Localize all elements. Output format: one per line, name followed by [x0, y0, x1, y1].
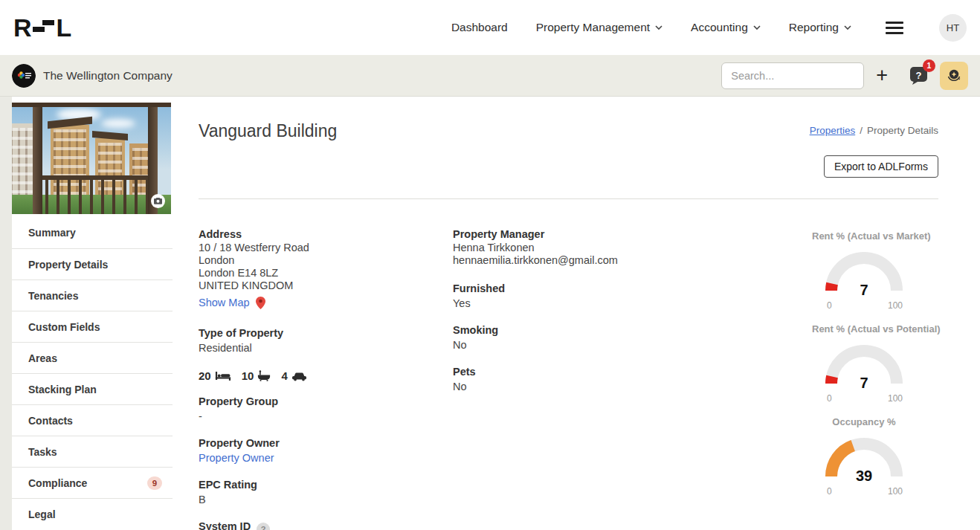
gauge-value: 39	[819, 468, 909, 485]
logo-letter-r: R	[13, 13, 31, 42]
address-line-1: 10 / 18 Westferry Road	[199, 242, 444, 254]
change-photo-button[interactable]	[151, 194, 165, 208]
logo-dashes	[33, 15, 55, 40]
company-name[interactable]: The Wellington Company	[43, 69, 173, 83]
address-line-3: London E14 8LZ	[199, 267, 444, 279]
sidebar-item-label: Stacking Plan	[28, 384, 97, 395]
smoking-value: No	[453, 337, 698, 353]
cars-count: 4	[281, 369, 287, 382]
sidebar-item-tasks[interactable]: Tasks	[12, 436, 173, 467]
export-adlforms-button[interactable]: Export to ADLForms	[824, 155, 938, 178]
sidebar-item-property-details[interactable]: Property Details	[12, 248, 173, 279]
gauge-occupancy: Occupancy % 39 0 100	[812, 416, 916, 497]
sidebar-item-summary[interactable]: Summary	[12, 217, 173, 248]
breadcrumb-current: Property Details	[867, 125, 938, 136]
search-input[interactable]	[721, 62, 864, 89]
address-label: Address	[199, 227, 444, 242]
nav-accounting[interactable]: Accounting	[691, 21, 761, 34]
section-divider	[199, 198, 938, 199]
gauge-min-label: 0	[827, 486, 832, 497]
company-bar: The Wellington Company + ? 1	[0, 55, 980, 97]
sidebar-item-contacts[interactable]: Contacts	[12, 404, 173, 436]
left-gutter	[0, 97, 12, 530]
address-line-2: London	[199, 254, 444, 267]
property-manager-label: Property Manager	[453, 227, 698, 242]
sidebar-item-custom-fields[interactable]: Custom Fields	[12, 311, 173, 342]
chevron-down-icon	[753, 25, 761, 30]
epc-rating-label: EPC Rating	[199, 477, 444, 492]
sidebar-item-label: Areas	[28, 352, 57, 364]
property-group-label: Property Group	[199, 394, 444, 409]
furnished-value: Yes	[453, 296, 698, 311]
gauge-max-label: 100	[888, 300, 903, 311]
type-of-property-value: Residential	[199, 340, 444, 356]
sidebar-item-stacking-plan[interactable]: Stacking Plan	[12, 373, 173, 404]
bed-icon	[215, 370, 231, 381]
address-column: Address 10 / 18 Westferry Road London Lo…	[199, 227, 444, 530]
show-map-link[interactable]: Show Map	[199, 295, 250, 311]
property-group-value: -	[199, 409, 444, 424]
sidebar-item-areas[interactable]: Areas	[12, 342, 173, 373]
gauge-max-label: 100	[888, 486, 903, 497]
epc-rating-value: B	[199, 492, 444, 508]
sidebar-item-tenancies[interactable]: Tenancies	[12, 279, 173, 311]
bath-icon	[257, 370, 271, 381]
hamburger-menu-icon[interactable]	[886, 22, 903, 34]
breadcrumb-separator: /	[860, 125, 863, 136]
beds-stat: 20	[199, 369, 231, 382]
sidebar-item-label: Tenancies	[28, 290, 78, 302]
nav-reporting[interactable]: Reporting	[789, 21, 851, 34]
gauge-min-label: 0	[827, 300, 832, 311]
chevron-down-icon	[844, 25, 851, 30]
nav-property-management-label: Property Management	[536, 21, 650, 34]
logo-letter-l: L	[57, 13, 71, 42]
svg-text:?: ?	[915, 70, 921, 81]
sidebar-item-legal[interactable]: Legal	[12, 498, 173, 529]
nav-reporting-label: Reporting	[789, 21, 839, 34]
primary-nav: Dashboard Property Management Accounting…	[451, 14, 967, 42]
smoking-label: Smoking	[453, 323, 698, 337]
address-line-4: UNITED KINGDOM	[199, 279, 444, 292]
system-id-text: System ID	[199, 520, 251, 530]
page-title: Vanguard Building	[199, 121, 337, 141]
property-owner-link[interactable]: Property Owner	[199, 450, 444, 466]
assistant-sparkle-icon	[945, 67, 963, 85]
nav-dashboard-label: Dashboard	[451, 21, 508, 34]
car-icon	[291, 371, 307, 381]
gauge-value: 7	[819, 375, 909, 392]
camera-icon	[154, 198, 162, 204]
gauge-title: Occupancy %	[812, 416, 916, 427]
manager-column: Property Manager Henna Tirkkonen hennaem…	[453, 227, 698, 395]
assistant-button[interactable]	[940, 62, 968, 90]
releashed-logo-icon[interactable]: R L	[13, 13, 71, 42]
compliance-count-badge: 9	[147, 476, 162, 490]
wellington-company-logo[interactable]	[12, 64, 36, 88]
nav-accounting-label: Accounting	[691, 21, 748, 34]
help-badge: 1	[923, 59, 935, 72]
sidebar-item-label: Compliance	[28, 477, 87, 489]
sidebar-item-label: Summary	[28, 227, 76, 239]
chevron-down-icon	[655, 25, 663, 30]
question-circle-icon[interactable]: ?	[257, 523, 270, 530]
type-of-property-label: Type of Property	[199, 326, 444, 340]
add-new-button[interactable]: +	[876, 65, 888, 85]
gauge-max-label: 100	[888, 393, 903, 404]
baths-count: 10	[242, 369, 254, 382]
main-content: Vanguard Building Properties / Property …	[173, 97, 980, 530]
sidebar-item-compliance[interactable]: Compliance 9	[12, 467, 173, 498]
sidebar-item-label: Contacts	[28, 415, 73, 427]
furnished-label: Furnished	[453, 281, 698, 296]
property-stats: 20 10 4	[199, 369, 444, 382]
pets-value: No	[453, 379, 698, 395]
breadcrumb-properties-link[interactable]: Properties	[810, 125, 856, 136]
cars-stat: 4	[281, 369, 306, 382]
beds-count: 20	[199, 369, 211, 382]
help-button[interactable]: ? 1	[904, 62, 932, 90]
user-avatar[interactable]: HT	[939, 14, 967, 42]
property-photo	[12, 103, 171, 214]
map-pin-icon[interactable]	[256, 297, 265, 309]
nav-property-management[interactable]: Property Management	[536, 21, 663, 34]
nav-dashboard[interactable]: Dashboard	[451, 21, 508, 34]
system-id-label: System ID?	[199, 519, 444, 530]
top-nav: R L Dashboard Property Management Accoun…	[0, 0, 980, 55]
